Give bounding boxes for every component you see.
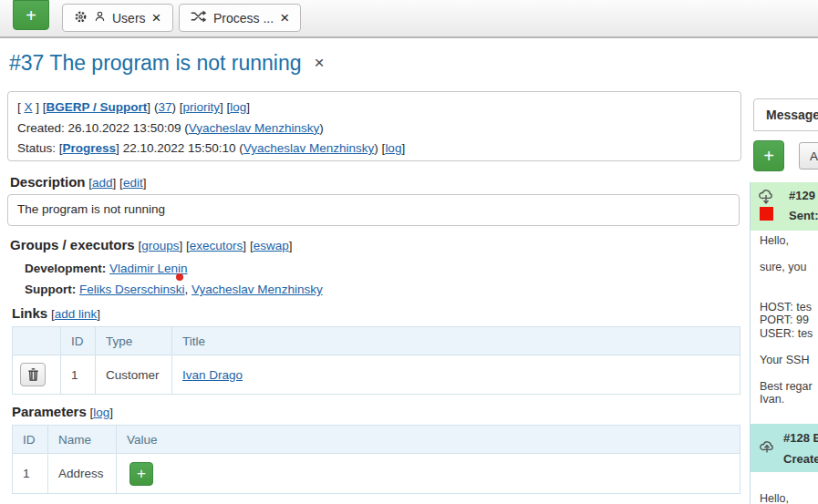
message-created-label: Create [783,452,818,466]
created-datetime: 26.10.2022 13:50:09 [68,121,181,135]
links-col-id: ID [61,327,96,355]
page-title: #37 The program is not running [9,51,302,75]
executor-row-support: Support: Feliks Dserschinski, Vyacheslav… [25,279,323,300]
status-link[interactable]: Progress [63,141,117,155]
delete-link-button[interactable] [20,363,46,386]
log-link[interactable]: log [230,100,246,114]
project-link[interactable]: BGERP / Support [47,100,148,114]
tab-process-label: Process ... [213,11,274,26]
parameters-heading: Parameters [12,404,87,419]
message-header[interactable]: #129 Sent: [751,182,818,231]
close-process-icon[interactable]: × [315,53,325,72]
page-title-row: #37 The program is not running× [9,51,325,76]
param-col-value: Value [117,426,740,454]
param-name: Address [48,454,117,494]
shuffle-icon [191,10,207,26]
bgerp-process-page: + Users × Process ... × #37 The program … [0,0,818,504]
parameters-table: ID Name Value 1 Address + [12,425,740,494]
parameters-heading-row: Parameters log [12,404,113,419]
message-sent-icon [757,188,775,209]
message-received-icon [758,437,776,457]
groups-heading: Groups / executors [10,237,135,252]
links-heading: Links [12,305,47,321]
tab-process[interactable]: Process ... × [179,4,301,32]
executors-link[interactable]: executors [190,239,243,252]
executor-link[interactable]: Vyacheslav Menzhinsky [192,283,323,296]
priority-link[interactable]: priority [182,100,220,114]
tab-users-label: Users [112,11,146,26]
links-table-header: ID Type Title [13,327,740,355]
description-box: The program is not running [7,194,740,226]
unread-marker [760,207,773,221]
close-process-link[interactable]: X [25,100,33,114]
description-add-link[interactable]: add [92,176,113,190]
link-id: 1 [61,355,96,395]
links-col-actions [13,327,61,355]
executor-row-development: Development: Vladimir Lenin [25,258,323,279]
tab-bar: + Users × Process ... × [0,0,818,38]
add-address-value-button[interactable]: + [129,462,153,486]
message-id: #128 E [783,431,818,445]
executor-link[interactable]: Feliks Dserschinski [79,283,185,296]
message-id: #129 [789,189,815,202]
trash-icon [27,368,39,381]
link-row: 1 Customer Ivan Drago [13,355,740,395]
status-log-link[interactable]: log [385,141,401,155]
recording-cursor-dot [176,273,183,281]
tab-users[interactable]: Users × [62,4,173,32]
status-user-link[interactable]: Vyacheslav Menzhinsky [243,141,375,155]
created-user-link[interactable]: Vyacheslav Menzhinsky [189,121,320,135]
messages-filter-all-button[interactable]: All [799,142,818,170]
parameter-row: 1 Address + [13,454,740,494]
executor-link[interactable]: Vladimir Lenin [109,262,188,275]
description-heading-row: Description add edit [10,174,146,190]
links-heading-row: Links add link [12,305,100,321]
param-col-name: Name [48,426,117,454]
eswap-link[interactable]: eswap [254,239,289,252]
status-line: Status: Progress 22.10.2022 15:50:10 Vya… [17,139,731,159]
add-message-button[interactable]: + [753,140,784,171]
process-id-link[interactable]: 37 [158,100,171,114]
close-icon[interactable]: × [280,10,289,26]
groups-heading-row: Groups / executors groups executors eswa… [10,237,292,252]
parameters-log-link[interactable]: log [93,406,109,419]
param-col-id: ID [13,426,48,454]
info-links-line: X BGERP / Support 37 priority log [17,98,731,118]
links-col-title: Title [172,327,740,355]
link-title-link[interactable]: Ivan Drago [182,368,243,382]
add-link-link[interactable]: add link [55,307,98,321]
created-line: Created: 26.10.2022 13:50:09 Vyacheslav … [17,118,731,139]
param-id: 1 [13,454,48,494]
status-datetime: 22.10.2022 15:50:10 [123,141,236,155]
description-heading: Description [10,174,86,190]
links-table: ID Type Title 1 Customer Ivan Drago [12,326,740,395]
message-header[interactable]: #128 E Create [751,424,818,472]
message-sent-label: Sent: [789,209,818,222]
executors-list: Development: Vladimir Lenin Support: Fel… [25,258,323,300]
groups-link[interactable]: groups [141,239,179,252]
message-body: Hello, [760,492,818,504]
parameters-table-header: ID Name Value [13,426,740,454]
messages-tab-label: Messages [766,108,818,122]
description-text: The program is not running [17,202,165,216]
description-edit-link[interactable]: edit [123,176,143,190]
gear-icon [74,10,88,26]
process-info-box: X BGERP / Support 37 priority log Create… [7,91,741,161]
tab-messages[interactable]: Messages [753,98,818,131]
link-type: Customer [96,355,172,395]
message-body: Hello, sure, you HOST: tes PORT: 99 USER… [760,234,818,406]
new-tab-button[interactable]: + [13,0,49,30]
links-col-type: Type [96,327,172,355]
user-icon [94,10,106,26]
close-icon[interactable]: × [152,10,161,26]
messages-list: #129 Sent: Hello, sure, you HOST: tes PO… [750,182,818,504]
